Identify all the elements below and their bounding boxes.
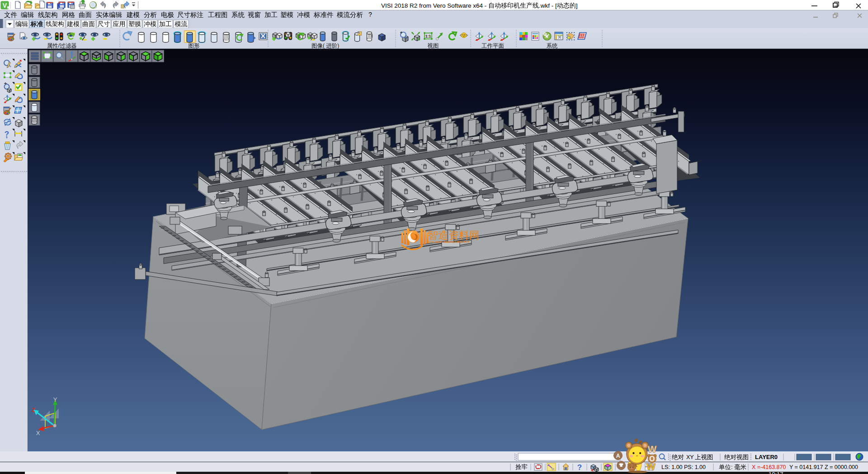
svg-text:V: V: [3, 2, 7, 9]
svg-text:.wkf - [: .wkf - [: [539, 2, 557, 9]
svg-text:X =-4163.870: X =-4163.870: [752, 464, 786, 470]
svg-text:X: X: [36, 430, 40, 436]
svg-text::: :: [731, 464, 733, 470]
svg-text:Y: Y: [53, 396, 57, 403]
svg-text:A: A: [616, 453, 620, 459]
svg-text:): ): [337, 43, 339, 49]
svg-text:LAYER0: LAYER0: [755, 454, 778, 460]
svg-text:?: ?: [368, 11, 372, 18]
svg-text:VISI 2018 R2 from Vero Softwar: VISI 2018 R2 from Vero Software x64 -: [381, 2, 486, 9]
svg-text:W: W: [646, 461, 656, 472]
svg-text:W: W: [648, 444, 657, 454]
svg-text:1:1: 1:1: [425, 34, 431, 38]
svg-text:Z: Z: [32, 407, 35, 413]
svg-text:]: ]: [576, 2, 578, 9]
svg-text:Y = 0141.917 Z = 0000.000: Y = 0141.917 Z = 0000.000: [789, 464, 858, 470]
svg-text:(: (: [323, 43, 325, 49]
svg-text:XY: XY: [686, 454, 694, 460]
svg-text:LS: 1.00 PS: 1.00: LS: 1.00 PS: 1.00: [661, 464, 706, 470]
svg-text:10:17: 10:17: [769, 471, 783, 474]
svg-text:?: ?: [577, 463, 582, 472]
svg-text:INTELLIGENT MANUFACTURING DATA: INTELLIGENT MANUFACTURING DATA: [428, 241, 470, 243]
